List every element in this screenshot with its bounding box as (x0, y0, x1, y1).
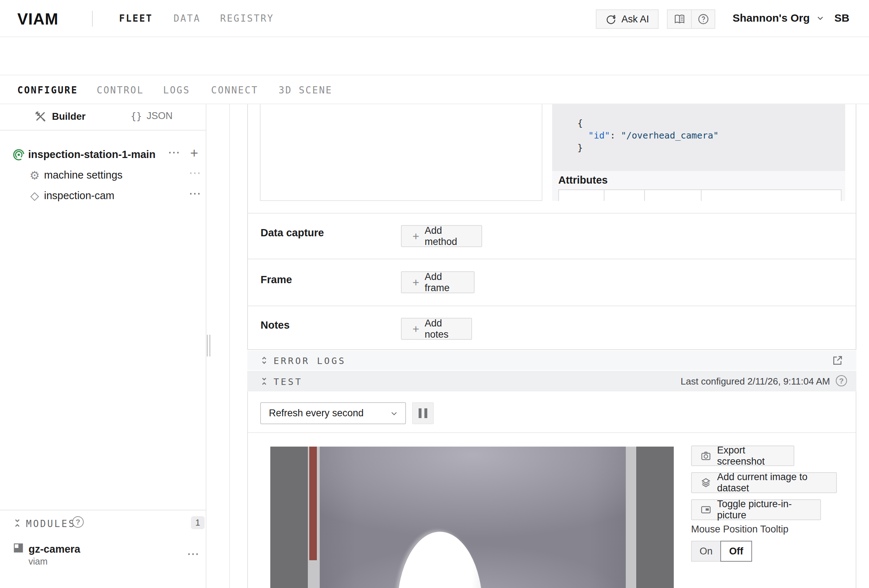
org-name: Shannon's Org (733, 12, 810, 24)
tree-item-label: machine settings (44, 169, 123, 181)
module-item-publisher: viam (28, 556, 47, 567)
section-divider (248, 305, 856, 306)
viam-logo[interactable]: VIAM (17, 10, 58, 28)
code-key: "id" (588, 130, 610, 141)
book-icon (673, 13, 686, 25)
nav-tab-fleet[interactable]: FLEET (119, 13, 153, 24)
nav-tab-registry[interactable]: REGISTRY (220, 13, 274, 24)
last-configured-text: Last configured 2/11/26, 9:11:04 AM (681, 376, 830, 387)
tab-logs[interactable]: LOGS (163, 85, 190, 96)
section-divider (248, 259, 856, 259)
camera-scene-right-trim (626, 447, 636, 588)
add-method-button[interactable]: + Add method (401, 225, 482, 247)
ask-ai-button[interactable]: Ask AI (596, 9, 658, 29)
builder-mode-button[interactable]: Builder (34, 110, 86, 123)
ask-ai-label: Ask AI (621, 14, 649, 25)
divider (248, 432, 856, 433)
avatar[interactable]: SB (834, 12, 850, 24)
modules-count-badge: 1 (191, 516, 205, 529)
layers-icon (700, 477, 711, 488)
chevron-down-icon (816, 13, 825, 23)
test-section-header[interactable]: TEST Last configured 2/11/26, 9:11:04 AM… (247, 371, 856, 391)
modules-help-icon[interactable]: ? (72, 516, 84, 528)
module-icon (13, 542, 24, 554)
tree-item-inspection-cam[interactable]: ◇ inspection-cam ⋯ (0, 185, 206, 206)
code-value: "/overhead_camera" (621, 130, 719, 141)
open-logs-external-icon[interactable] (832, 355, 843, 366)
chevron-down-icon (389, 409, 399, 418)
error-logs-title: ERROR LOGS (274, 356, 346, 366)
notes-label: Notes (261, 319, 290, 331)
tree-item-label: inspection-station-1-main (28, 149, 156, 160)
attributes-label: Attributes (558, 174, 608, 186)
test-help-icon[interactable]: ? (836, 375, 847, 387)
error-logs-section-header[interactable]: ERROR LOGS (247, 351, 856, 370)
camera-icon (700, 450, 711, 461)
section-divider (248, 213, 856, 213)
config-code-block[interactable]: { "id": "/overhead_camera" } (552, 104, 845, 171)
ask-ai-icon (605, 13, 617, 25)
frame-label: Frame (261, 274, 292, 286)
component-config-json-panel: { "id": "/overhead_camera" } Attributes (552, 104, 845, 201)
json-label: JSON (147, 110, 172, 121)
collapse-icon (12, 518, 23, 529)
collapse-icon (259, 376, 269, 387)
attributes-table[interactable] (558, 190, 842, 201)
toggle-pip-button[interactable]: Toggle picture-in-picture (691, 499, 821, 520)
module-item-name[interactable]: gz-camera (28, 543, 80, 555)
expand-icon (259, 355, 269, 366)
builder-label: Builder (52, 111, 86, 122)
tab-configure[interactable]: CONFIGURE (17, 85, 78, 96)
sidebar-resize-handle[interactable] (207, 335, 211, 356)
live-broadcast-icon (12, 148, 25, 161)
braces-icon: {} (130, 111, 142, 121)
tooltip-off-button[interactable]: Off (720, 541, 752, 562)
tree-item-menu-button[interactable]: ⋯ (189, 186, 202, 201)
camera-stream-view[interactable] (270, 447, 674, 588)
nav-icon-group (667, 9, 715, 29)
module-menu-button[interactable]: ⋯ (187, 547, 200, 561)
tab-connect[interactable]: CONNECT (211, 85, 258, 96)
camera-scene-right-frame (636, 447, 674, 588)
component-config-empty-panel (260, 104, 543, 201)
tree-item-menu-button[interactable]: ⋯ (189, 166, 202, 180)
builder-json-toggle: Builder {} JSON (0, 104, 206, 130)
camera-scene-left-frame (270, 447, 308, 588)
config-code: { "id": "/overhead_camera" } (552, 104, 845, 154)
add-component-button[interactable]: + (190, 145, 198, 161)
tree-item-label: inspection-cam (44, 190, 114, 201)
main-panel-border (229, 104, 230, 588)
add-frame-button[interactable]: + Add frame (401, 271, 475, 293)
refresh-rate-value: Refresh every second (269, 407, 364, 419)
mouse-position-tooltip-label: Mouse Position Tooltip (691, 524, 789, 535)
camera-scene-wall (320, 447, 626, 588)
tab-control[interactable]: CONTROL (97, 85, 144, 96)
help-icon (697, 13, 709, 25)
tree-item-menu-button[interactable]: ⋯ (168, 145, 181, 160)
config-sidebar: Builder {} JSON inspection-station-1-mai… (0, 104, 206, 588)
add-to-dataset-button[interactable]: Add current image to dataset (691, 472, 837, 493)
modules-header[interactable]: MODULES ? 1 (0, 515, 206, 531)
machine-header-bar: First Location inspection-station-1 Live… (0, 38, 869, 75)
pause-refresh-button[interactable] (412, 402, 434, 424)
data-capture-label: Data capture (261, 227, 324, 239)
refresh-rate-select[interactable]: Refresh every second (260, 402, 406, 424)
export-screenshot-button[interactable]: Export screenshot (691, 446, 794, 466)
help-button[interactable] (691, 10, 715, 28)
top-nav: VIAM FLEET DATA REGISTRY Ask AI (0, 0, 869, 37)
org-switcher[interactable]: Shannon's Org (733, 12, 825, 24)
tab-3d-scene[interactable]: 3D SCENE (279, 85, 332, 96)
modules-title: MODULES (26, 518, 76, 529)
tree-item-machine-part[interactable]: inspection-station-1-main ⋯ + (0, 144, 206, 165)
docs-button[interactable] (667, 10, 691, 28)
tools-icon (34, 110, 46, 123)
picture-in-picture-icon (700, 504, 711, 515)
add-notes-button[interactable]: + Add notes (401, 318, 472, 340)
tree-item-machine-settings[interactable]: ⚙ machine settings ⋯ (0, 165, 206, 185)
gear-icon: ⚙ (30, 170, 40, 181)
nav-divider (92, 11, 93, 27)
tooltip-on-button[interactable]: On (691, 541, 720, 562)
nav-tab-data[interactable]: DATA (174, 13, 201, 24)
modules-section: MODULES ? 1 gz-camera viam ⋯ (0, 510, 206, 588)
json-mode-button[interactable]: {} JSON (130, 110, 172, 121)
